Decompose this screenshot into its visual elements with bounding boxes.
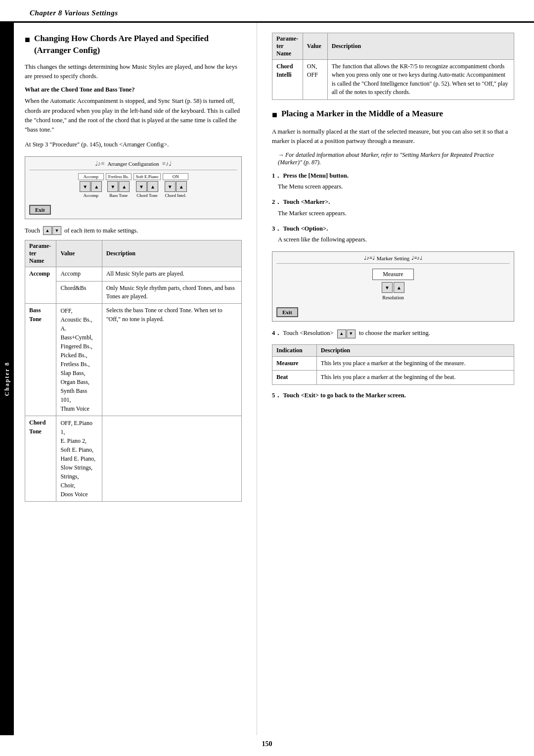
right-bottom-table-header-indication: Indication <box>272 344 317 356</box>
step-2-body: The Marker screen appears. <box>272 209 514 218</box>
arranger-config-box: ♩♪≡ Arranger Configuration ≡♪♩ Accomp ▼ … <box>25 156 242 219</box>
table-row: BassTone OFF,Acoustic Bs.,A. Bass+Cymbl,… <box>25 304 242 416</box>
table-row: ChordTone OFF, E.Piano 1,E. Piano 2,Soft… <box>25 416 242 502</box>
chapter-title: Chapter 8 Various Settings <box>30 9 118 17</box>
chord-intel-buttons: ▼ ▲ <box>165 181 187 192</box>
step-4-text: Touch <Resolution> ▲ ▼ to choose the mar… <box>283 330 430 336</box>
section1-title: Changing How Chords Are Played and Speci… <box>25 33 242 56</box>
step-2-title: Touch <Marker>. <box>283 198 330 205</box>
table-row: Beat This lets you place a marker at the… <box>272 371 514 384</box>
music-lines-left: ♩♪≡ <box>95 160 105 168</box>
music-lines-right: ≡♪♩ <box>162 160 172 168</box>
section1-body: This changes the settings determining ho… <box>25 62 242 82</box>
arranger-config-title: ♩♪≡ Arranger Configuration ≡♪♩ <box>29 160 237 170</box>
left-table-header-param: Parame-ter Name <box>25 240 56 267</box>
measure-down-btn[interactable]: ▼ <box>382 282 393 293</box>
music-notes-left: ♩♪≡♩ <box>364 255 375 261</box>
table-row: ChordIntelli ON, OFF The function that a… <box>272 60 514 100</box>
arrow-note: → For detailed information about Marker,… <box>272 151 514 166</box>
step-1-number: 1． <box>272 172 281 179</box>
table-row: Chord&Bs Only Music Style rhythm parts, … <box>25 281 242 304</box>
section2-title: Placing a Marker in the Middle of a Meas… <box>272 108 514 121</box>
step-2: 2． Touch <Marker>. The Marker screen app… <box>272 197 514 218</box>
subsection-body: When the Automatic Accompaniment is stop… <box>25 96 242 135</box>
resolution-up-btn[interactable]: ▲ <box>337 330 346 338</box>
inline-buttons: ▲ ▼ <box>43 226 61 235</box>
accomp-value-2: Chord&Bs <box>56 281 102 304</box>
chapter-sidebar-text: Chapter 8 <box>3 362 11 396</box>
step-2-number: 2． <box>272 198 281 205</box>
step-5-title: Touch <Exit> to go back to the Marker sc… <box>283 392 405 399</box>
chord-tone-param-name: ChordTone <box>25 416 56 502</box>
chord-tone-up-btn[interactable]: ▲ <box>147 181 158 192</box>
bass-tone-label-bottom: Bass Tone <box>109 193 128 198</box>
right-table-header-desc: Description <box>327 33 514 60</box>
step-4-inline-buttons: ▲ ▼ <box>337 330 356 338</box>
bass-tone-param-name: BassTone <box>25 304 56 416</box>
accomp-down-btn[interactable]: ▼ <box>80 181 90 192</box>
accomp-control: Accomp ▼ ▲ Accomp <box>78 173 104 198</box>
music-notes-right: ♩≡♪♩ <box>411 255 422 261</box>
chord-tone-label-bottom: Chord Tone <box>136 193 157 198</box>
accomp-param-name: Accomp <box>25 267 56 304</box>
chord-tone-desc <box>102 416 241 502</box>
marker-exit-button[interactable]: Exit <box>276 307 298 317</box>
marker-setting-box: ♩♪≡♩ Marker Setting ♩≡♪♩ Measure ▼ ▲ Res… <box>272 251 514 322</box>
chapter-sidebar: Chapter 8 <box>0 23 14 735</box>
accomp-label-bottom: Accomp <box>83 193 98 198</box>
chord-intel-up-btn[interactable]: ▲ <box>176 181 187 192</box>
chapter-header: Chapter 8 Various Settings <box>0 0 534 23</box>
right-top-table: Parame-ter Name Value Description ChordI… <box>272 33 514 100</box>
step-4-number: 4． <box>272 330 281 336</box>
exit-button[interactable]: Exit <box>29 205 51 215</box>
bass-tone-up-btn[interactable]: ▲ <box>119 181 130 192</box>
accomp-label-top: Accomp <box>78 173 104 180</box>
chord-tone-values: OFF, E.Piano 1,E. Piano 2,Soft E. Piano,… <box>56 416 102 502</box>
measure-up-btn[interactable]: ▲ <box>394 282 404 293</box>
chord-intelli-value: ON, OFF <box>303 60 327 100</box>
arranger-config-title-text: Arranger Configuration <box>107 161 159 167</box>
chord-intelli-desc: The function that allows the KR-7/5 to r… <box>327 60 514 100</box>
step-1-title: Press the [Menu] button. <box>283 172 348 179</box>
main-content: Chapter 8 Changing How Chords Are Played… <box>0 23 534 735</box>
section2-body: A marker is normally placed at the start… <box>272 127 514 146</box>
measure-indication-desc: This lets you place a marker at the begi… <box>316 356 514 370</box>
right-bottom-table: Indication Description Measure This lets… <box>272 344 514 385</box>
measure-indication-name: Measure <box>272 356 317 370</box>
bass-tone-buttons: ▼ ▲ <box>107 181 130 192</box>
step-1: 1． Press the [Menu] button. The Menu scr… <box>272 171 514 192</box>
bass-tone-desc: Selects the bass Tone or chord Tone. Whe… <box>102 304 241 416</box>
touch-instruction: Touch ▲ ▼ of each item to make settings. <box>25 226 242 235</box>
touch-label: Touch <box>25 227 40 235</box>
bass-tone-label-top: Fretless Bs. <box>106 173 132 180</box>
down-inline-btn[interactable]: ▼ <box>52 226 61 235</box>
bass-tone-values: OFF,Acoustic Bs.,A. Bass+Cymbl,Fingered … <box>56 304 102 416</box>
chord-intel-control: ON ▼ ▲ Chord Intel. <box>163 173 188 198</box>
step-3-body: A screen like the following appears. <box>272 235 514 244</box>
accomp-up-btn[interactable]: ▲ <box>91 181 102 192</box>
bass-tone-control: Fretless Bs. ▼ ▲ Bass Tone <box>106 173 132 198</box>
subsection-title: What are the Chord Tone and Bass Tone? <box>25 86 242 94</box>
chord-tone-label-top: Soft E.Piano <box>134 173 161 180</box>
touch-instruction-text: of each item to make settings. <box>64 227 138 235</box>
up-inline-btn[interactable]: ▲ <box>43 226 52 235</box>
accomp-desc-1: All Music Style parts are played. <box>102 267 241 281</box>
bass-tone-down-btn[interactable]: ▼ <box>107 181 118 192</box>
marker-box-title: ♩♪≡♩ Marker Setting ♩≡♪♩ <box>276 255 510 264</box>
step-instruction: At Step 3 "Procedure" (p. 145), touch <A… <box>25 140 242 149</box>
chord-tone-down-btn[interactable]: ▼ <box>136 181 147 192</box>
right-table-header-value: Value <box>303 33 327 60</box>
right-column: Parame-ter Name Value Description ChordI… <box>257 23 534 735</box>
right-bottom-table-header-desc: Description <box>316 344 514 356</box>
resolution-label: Resolution <box>382 295 403 300</box>
marker-inner: Measure ▼ ▲ Resolution <box>276 269 510 300</box>
table-row: Accomp Accomp All Music Style parts are … <box>25 267 242 281</box>
resolution-down-btn[interactable]: ▼ <box>347 330 356 338</box>
page: Chapter 8 Various Settings Chapter 8 Cha… <box>0 0 534 756</box>
chord-intel-down-btn[interactable]: ▼ <box>165 181 176 192</box>
arranger-controls: Accomp ▼ ▲ Accomp Fretless Bs. ▼ ▲ <box>29 173 237 198</box>
chord-intel-label-top: ON <box>163 173 188 180</box>
page-number-text: 150 <box>262 740 272 748</box>
accomp-desc-2: Only Music Style rhythm parts, chord Ton… <box>102 281 241 304</box>
chord-tone-buttons: ▼ ▲ <box>136 181 158 192</box>
